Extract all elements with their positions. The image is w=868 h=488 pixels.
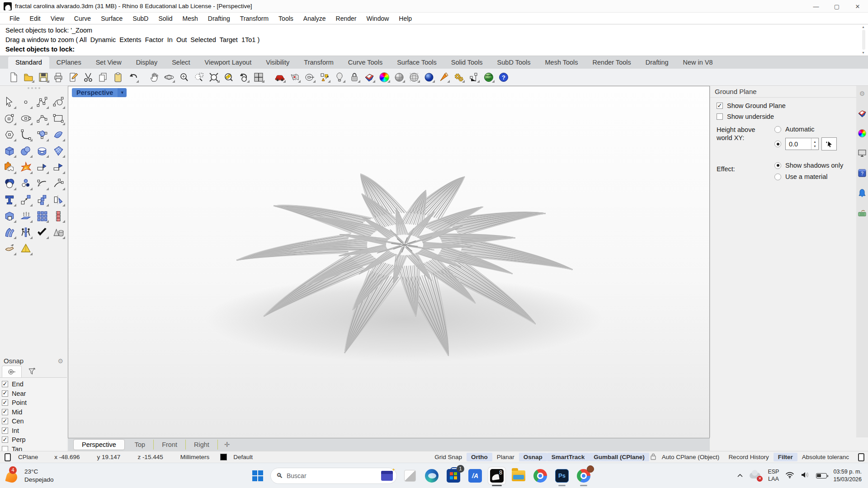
spheres-icon[interactable] xyxy=(18,143,34,159)
edge-browser-button[interactable] xyxy=(423,467,440,484)
grab-hand-icon[interactable] xyxy=(1,240,18,257)
toggle-planar[interactable]: Planar xyxy=(492,453,519,461)
toolbar-tab-surface-tools[interactable]: Surface Tools xyxy=(390,56,444,69)
box-icon[interactable] xyxy=(1,143,18,159)
osnap-option-int[interactable]: Int xyxy=(2,426,67,436)
osnap-tab-filter[interactable] xyxy=(22,366,42,377)
circle-icon[interactable] xyxy=(1,110,18,127)
microsoft-store-button[interactable]: 1 xyxy=(445,467,462,484)
toolbar-tab-display[interactable]: Display xyxy=(129,56,165,69)
toolbar-tab-subd-tools[interactable]: SubD Tools xyxy=(490,56,538,69)
toggle-osnap[interactable]: Osnap xyxy=(519,453,547,461)
current-layer[interactable]: Default xyxy=(229,453,257,461)
layer-color-swatch[interactable] xyxy=(220,454,227,460)
menu-subd[interactable]: SubD xyxy=(127,14,153,23)
rhino-taskbar-button[interactable]: 8 xyxy=(488,467,505,484)
zoom-dynamic-icon[interactable] xyxy=(178,71,190,83)
menu-solid[interactable]: Solid xyxy=(153,14,177,23)
radio[interactable] xyxy=(774,126,781,133)
blend-surfaces-icon[interactable] xyxy=(1,224,18,240)
control-point-curve-icon[interactable] xyxy=(34,94,50,110)
add-viewport-tab-button[interactable]: ✛ xyxy=(218,441,230,449)
shaded-sphere-icon[interactable] xyxy=(393,71,405,83)
edit-annotate-icon[interactable] xyxy=(67,71,79,83)
cplane-indicator[interactable]: CPlane xyxy=(14,453,42,461)
checkbox[interactable] xyxy=(2,399,8,406)
checkbox[interactable] xyxy=(2,436,8,443)
show-ground-plane-row[interactable]: Show Ground Plane xyxy=(717,102,854,109)
copy-objects-icon[interactable] xyxy=(34,192,50,208)
menu-render[interactable]: Render xyxy=(331,14,362,23)
help-panel-icon[interactable]: ? xyxy=(857,168,867,178)
cplane-icon[interactable] xyxy=(303,71,316,83)
radio[interactable] xyxy=(774,141,781,147)
map-hatch-icon[interactable] xyxy=(288,71,301,83)
zoom-extents-icon[interactable] xyxy=(208,71,220,83)
toolbar-tab-visibility[interactable]: Visibility xyxy=(259,56,297,69)
toggle-record-history[interactable]: Record History xyxy=(724,453,773,461)
osnap-option-mid[interactable]: Mid xyxy=(2,408,67,417)
spinner-arrows[interactable]: ▲▼ xyxy=(811,138,818,150)
pyramid-icon[interactable] xyxy=(18,240,34,257)
menu-file[interactable]: File xyxy=(5,14,25,23)
menu-surface[interactable]: Surface xyxy=(96,14,127,23)
cut-icon[interactable] xyxy=(82,71,94,83)
height-value-input[interactable]: 0.0 ▲▼ xyxy=(785,138,819,150)
layers-icon[interactable] xyxy=(363,71,375,83)
undo-view-change-icon[interactable] xyxy=(237,71,250,83)
panel-settings-gear-icon[interactable]: ⚙ xyxy=(857,89,867,99)
command-scrollbar[interactable]: ▲ ▼ xyxy=(860,24,867,55)
select-arrow-icon[interactable] xyxy=(1,94,18,110)
taskbar-search[interactable]: 🔍︎ Buscar xyxy=(270,468,397,484)
menu-transform[interactable]: Transform xyxy=(235,14,274,23)
file-explorer-button[interactable] xyxy=(510,467,527,484)
print-icon[interactable] xyxy=(52,71,64,83)
constraints-figures-icon[interactable] xyxy=(18,224,34,240)
osnap-option-cen[interactable]: Cen xyxy=(2,417,67,426)
checkbox[interactable] xyxy=(717,113,723,120)
extrude-surface-icon[interactable] xyxy=(18,208,34,224)
tray-expand-chevron-icon[interactable] xyxy=(737,472,743,479)
check-selection-icon[interactable] xyxy=(34,224,50,240)
fillet-curves-icon[interactable] xyxy=(34,175,50,192)
notifications-bell-icon[interactable] xyxy=(857,188,867,198)
checkbox[interactable] xyxy=(717,103,723,109)
checkbox[interactable] xyxy=(2,390,8,397)
viewport-layout-icon[interactable] xyxy=(252,71,264,83)
help-icon[interactable]: ? xyxy=(497,71,509,83)
menu-tools[interactable]: Tools xyxy=(274,14,298,23)
toolbar-tab-standard[interactable]: Standard xyxy=(8,56,49,69)
viewport-tab-front[interactable]: Front xyxy=(154,440,186,450)
checkbox[interactable] xyxy=(2,427,8,434)
osnap-option-perp[interactable]: Perp xyxy=(2,435,67,445)
menu-help[interactable]: Help xyxy=(394,14,417,23)
plugins-puzzle-icon[interactable] xyxy=(1,159,18,175)
menu-drafting[interactable]: Drafting xyxy=(203,14,235,23)
checkbox[interactable] xyxy=(2,381,8,387)
pane-toggle-right-icon[interactable] xyxy=(858,453,864,461)
monitor-panel-icon[interactable] xyxy=(857,148,867,158)
text-icon[interactable] xyxy=(1,192,18,208)
units-indicator[interactable]: Millimeters xyxy=(176,453,214,461)
effect-material-option[interactable]: Use a material xyxy=(774,173,854,180)
chrome-button[interactable] xyxy=(532,467,549,484)
copy-icon[interactable] xyxy=(97,71,109,83)
lock-objects-icon[interactable] xyxy=(348,71,360,83)
toolbar-tab-drafting[interactable]: Drafting xyxy=(638,56,676,69)
show-underside-row[interactable]: Show underside xyxy=(717,113,854,120)
dimension-icon[interactable] xyxy=(467,71,480,83)
close-button[interactable]: ✕ xyxy=(847,0,868,13)
mirror-icon[interactable] xyxy=(50,192,66,208)
color-wheel-icon[interactable] xyxy=(378,71,390,83)
ellipse-icon[interactable] xyxy=(18,110,34,127)
command-area[interactable]: Select objects to lock: '_Zoom Drag a wi… xyxy=(0,24,868,56)
weather-widget[interactable]: 4 23°C Despejado xyxy=(0,468,136,483)
save-file-icon[interactable] xyxy=(37,71,49,83)
free-form-curve-icon[interactable] xyxy=(50,94,66,110)
zoom-window-icon[interactable] xyxy=(193,71,205,83)
scroll-down-icon[interactable]: ▼ xyxy=(860,50,866,55)
wireframe-sphere-icon[interactable] xyxy=(408,71,420,83)
pick-height-button[interactable] xyxy=(821,137,837,150)
select-objects-icon[interactable] xyxy=(318,71,330,83)
fillet-corner-icon[interactable] xyxy=(18,127,34,143)
